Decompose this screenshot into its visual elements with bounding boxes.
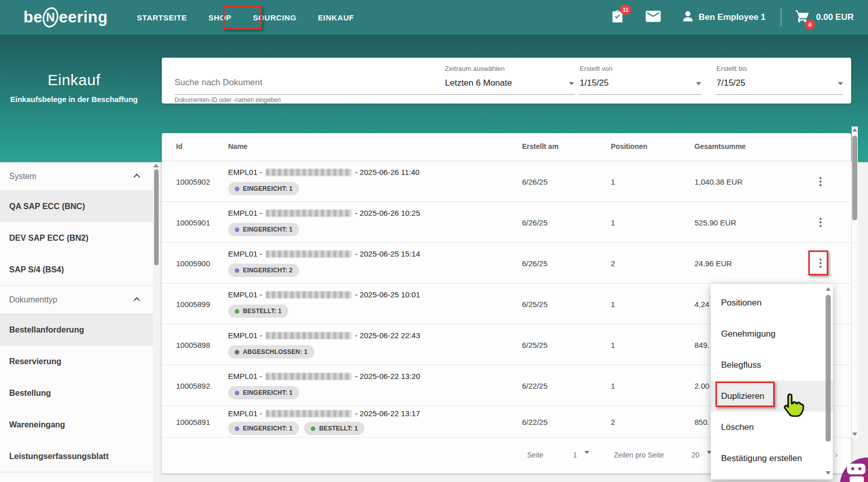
chevron-down-icon[interactable] xyxy=(838,82,843,85)
chevron-down-icon[interactable] xyxy=(569,82,574,85)
sidebar-item-wareneingang[interactable]: Wareneingang xyxy=(0,409,153,441)
zeitraum-select[interactable]: Letzten 6 Monate xyxy=(445,78,512,88)
sidebar-item-leistungserfassungsblatt[interactable]: Leistungserfassungsblatt xyxy=(0,441,153,472)
user-name: Ben Employee 1 xyxy=(699,12,765,22)
menu-item-belegfluss[interactable]: Belegfluss xyxy=(711,349,833,380)
document-id: 10005898 xyxy=(176,340,210,349)
document-id: 10005899 xyxy=(176,299,210,308)
redacted-email xyxy=(266,169,352,176)
menu-item-positionen[interactable]: Positionen xyxy=(711,287,833,318)
document-name: EMPL01 -- 2025-06-22 22:43 xyxy=(228,331,420,340)
erstellt-von-date-field[interactable]: 1/15/25 xyxy=(580,78,609,88)
document-name: EMPL01 -- 2025-06-26 10:25 xyxy=(228,209,420,217)
annotation-box-einkauf xyxy=(223,6,262,30)
page-heading: Einkauf Einkaufsbelege in der Beschaffun… xyxy=(0,71,148,104)
page-scrollbar-thumb[interactable] xyxy=(852,136,857,220)
menu-item-loeschen[interactable]: Löschen xyxy=(711,412,833,443)
table-row[interactable]: 10005902 EMPL01 -- 2025-06-26 11:40 EING… xyxy=(162,161,851,202)
user-menu[interactable]: Ben Employee 1 xyxy=(682,10,765,25)
scroll-up-icon[interactable] xyxy=(852,128,857,132)
positions-count: 2 xyxy=(611,259,615,267)
rows-per-page-label: Zeilen pro Seite xyxy=(614,451,664,459)
row-actions-kebab-icon[interactable] xyxy=(816,215,825,230)
robot-icon xyxy=(847,464,866,482)
sidebar-section-dokumenttyp[interactable]: Dokumenttyp xyxy=(0,286,153,314)
filter-sidebar: System QA SAP ECC (BNC) DEV SAP ECC (BN2… xyxy=(0,162,153,482)
scroll-up-icon[interactable] xyxy=(826,287,831,291)
status-chip: EINGEREICHT: 1 xyxy=(228,422,299,435)
created-date: 6/26/25 xyxy=(522,177,548,186)
document-filter-card: Dokumenten-ID oder -namen eingeben Zeitr… xyxy=(162,58,851,104)
erstellt-bis-date-field[interactable]: 7/15/25 xyxy=(716,78,746,88)
created-date: 6/22/25 xyxy=(522,381,548,390)
sidebar-item-sap-s4-bs4[interactable]: SAP S/4 (BS4) xyxy=(0,254,153,286)
scroll-down-icon[interactable] xyxy=(852,433,857,436)
document-id: 10005891 xyxy=(176,417,210,426)
document-name: EMPL01 -- 2025-06-25 10:01 xyxy=(228,290,420,299)
status-chip: EINGEREICHT: 2 xyxy=(228,264,299,277)
page-subtitle: Einkaufsbelege in der Beschaffung xyxy=(0,95,148,104)
total-amount: 850. xyxy=(695,417,709,426)
document-id: 10005900 xyxy=(176,259,210,267)
redacted-email xyxy=(266,373,352,380)
sidebar-item-reservierung[interactable]: Reservierung xyxy=(0,346,153,377)
document-name: EMPL01 -- 2025-06-26 11:40 xyxy=(228,168,419,176)
page-scrollbar[interactable] xyxy=(852,126,858,438)
app-screen: beNeering STARTSEITE SHOP SOURCING EINKA… xyxy=(0,0,868,482)
total-amount: 24.96 EUR xyxy=(695,259,732,267)
document-id: 10005901 xyxy=(176,218,210,226)
status-chip: BESTELLT: 1 xyxy=(228,305,288,318)
menu-scrollbar[interactable] xyxy=(825,286,831,476)
annotation-box-duplizieren xyxy=(715,382,775,407)
sidebar-item-dev-sap-ecc-bn2[interactable]: DEV SAP ECC (BN2) xyxy=(0,222,153,254)
sidebar-section-system[interactable]: System xyxy=(0,162,153,191)
beneering-logo[interactable]: beNeering xyxy=(23,7,108,28)
redacted-email xyxy=(266,410,352,417)
hand-cursor-icon xyxy=(780,391,806,420)
nav-item-startseite[interactable]: STARTSEITE xyxy=(137,0,187,35)
table-row[interactable]: 10005900 EMPL01 -- 2025-06-25 15:14 EING… xyxy=(162,243,851,284)
status-chip: EINGEREICHT: 1 xyxy=(228,182,299,195)
row-actions-kebab-icon[interactable] xyxy=(816,174,825,189)
menu-item-bestaetigung-erstellen[interactable]: Bestätigung erstellen xyxy=(711,443,833,474)
cart-button[interactable]: 0 0.00 EUR xyxy=(795,9,854,26)
tasks-button[interactable]: 11 xyxy=(611,9,624,26)
document-name: EMPL01 -- 2025-06-25 15:14 xyxy=(228,249,420,258)
erstellt-von-label: Erstellt von xyxy=(580,65,612,72)
search-input[interactable] xyxy=(175,75,439,90)
sidebar-scrollbar[interactable] xyxy=(153,162,160,482)
column-header-total: Gesamtsumme xyxy=(695,142,746,150)
positions-count: 1 xyxy=(611,218,615,226)
messages-button[interactable] xyxy=(646,11,661,24)
chevron-down-icon[interactable] xyxy=(584,451,589,454)
table-row[interactable]: 10005901 EMPL01 -- 2025-06-26 10:25 EING… xyxy=(162,202,851,243)
scroll-down-icon[interactable] xyxy=(826,471,831,475)
menu-item-genehmigung[interactable]: Genehmigung xyxy=(711,318,833,349)
logo-suffix: eering xyxy=(59,8,108,27)
status-chip: EINGEREICHT: 1 xyxy=(228,386,299,399)
table-header: Id Name Erstellt am Positionen Gesamtsum… xyxy=(162,133,851,161)
scroll-up-icon[interactable] xyxy=(154,164,159,167)
zeitraum-label: Zeitraum auswählen xyxy=(445,65,505,72)
sidebar-item-qa-sap-ecc-bnc[interactable]: QA SAP ECC (BNC) xyxy=(0,191,153,222)
next-page-button[interactable]: › xyxy=(835,451,838,459)
document-id: 10005892 xyxy=(176,381,210,390)
positions-count: 1 xyxy=(611,299,615,308)
envelope-icon xyxy=(646,11,661,24)
sidebar-item-bestellung[interactable]: Bestellung xyxy=(0,377,153,409)
sidebar-item-bestellanforderung[interactable]: Bestellanforderung xyxy=(0,314,153,346)
status-dot-icon xyxy=(235,426,239,431)
page-select[interactable]: 1 xyxy=(573,451,577,459)
search-hint: Dokumenten-ID oder -namen eingeben xyxy=(175,96,281,104)
positions-count: 1 xyxy=(611,381,615,390)
sidebar-scrollbar-thumb[interactable] xyxy=(154,169,159,265)
chevron-down-icon[interactable] xyxy=(696,82,701,85)
menu-scrollbar-thumb[interactable] xyxy=(826,295,831,442)
logo-n-icon: N xyxy=(41,6,61,29)
cart-badge: 0 xyxy=(805,19,815,30)
document-id: 10005902 xyxy=(176,177,210,186)
rows-per-page-select[interactable]: 20 xyxy=(691,451,700,459)
redacted-email xyxy=(266,210,352,217)
positions-count: 1 xyxy=(611,340,615,349)
nav-item-einkauf[interactable]: EINKAUF xyxy=(318,0,354,35)
